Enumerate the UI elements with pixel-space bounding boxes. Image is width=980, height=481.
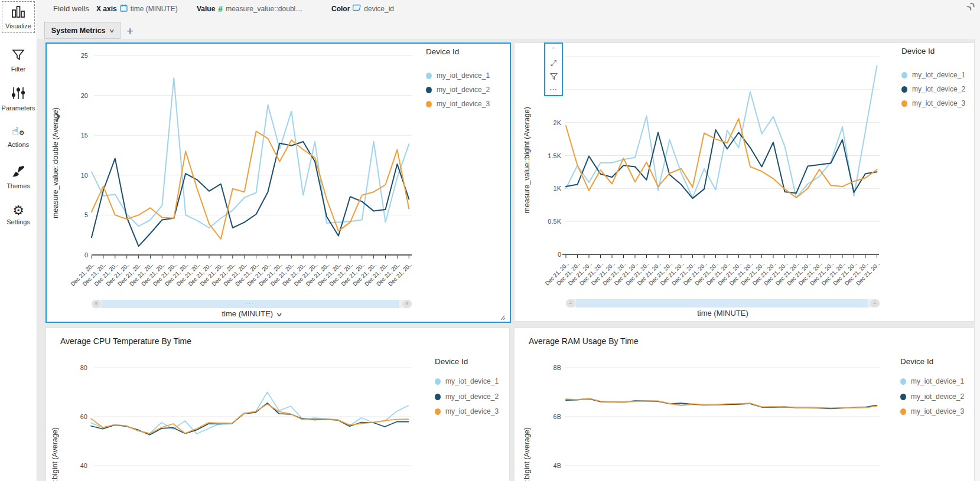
sidebar-item-label: Visualize	[2, 22, 34, 30]
expand-icon[interactable]: ⤢	[551, 58, 556, 69]
legend-item[interactable]: my_iot_device_3	[901, 99, 965, 107]
dashboard-canvas: ❯ measure_value::double (Average) 051015…	[37, 39, 975, 481]
series-dot	[435, 378, 441, 385]
x-axis-scrollbar[interactable]: ··· ≡ ≡	[92, 300, 412, 308]
funnel-icon	[12, 53, 25, 63]
series-dot	[901, 100, 907, 107]
field-well-color[interactable]: Color device_id	[331, 4, 394, 13]
legend-item[interactable]: my_iot_device_2	[901, 85, 965, 93]
svg-text:15: 15	[81, 132, 88, 139]
legend-item[interactable]: my_iot_device_3	[426, 100, 490, 108]
field-well-name: Value	[197, 5, 215, 13]
sheet-tab-bar: System Metrics ∨ +	[37, 17, 980, 39]
svg-text:5: 5	[84, 211, 88, 218]
series-dot	[900, 378, 906, 385]
scrollbar-handle-right[interactable]: ≡	[870, 299, 880, 307]
legend-label: my_iot_device_3	[912, 99, 965, 107]
collapse-field-wells-icon[interactable]: ❯❯	[966, 1, 976, 11]
series-dot	[900, 394, 906, 400]
legend-item[interactable]: my_iot_device_3	[435, 407, 499, 415]
field-wells-label: Field wells	[53, 4, 89, 13]
legend-item[interactable]: my_iot_device_2	[426, 86, 490, 94]
legend-label: my_iot_device_2	[437, 86, 490, 94]
svg-text:40: 40	[80, 462, 87, 469]
field-well-value: measure_value::doubl…	[226, 5, 302, 13]
field-well-name: Color	[331, 5, 350, 13]
legend-label: my_iot_device_3	[445, 407, 499, 415]
legend-label: my_iot_device_2	[445, 392, 499, 401]
legend-item[interactable]: my_iot_device_2	[900, 392, 964, 401]
legend-title: Device Id	[901, 47, 935, 55]
calendar-icon	[120, 4, 128, 14]
field-well-value: time (MINUTE)	[131, 5, 178, 13]
visual-card-ram-usage[interactable]: Average RAM Usage By Time measure_value:…	[514, 328, 975, 481]
vertical-scrollbar[interactable]	[975, 39, 980, 481]
legend-item[interactable]: my_iot_device_1	[426, 71, 490, 80]
field-wells-bar: Field wells X axis time (MINUTE) Value #…	[37, 0, 980, 17]
dimension-shape-icon	[353, 4, 361, 13]
chevron-down-icon: ∨	[109, 28, 115, 34]
sidebar-item-actions[interactable]: ☝⚙ Actions	[0, 125, 37, 148]
x-axis-title-text: time (MINUTE)	[697, 309, 748, 318]
scrollbar-handle-right[interactable]: ≡	[402, 300, 412, 308]
sidebar-item-themes[interactable]: Themes	[0, 165, 37, 189]
legend-item[interactable]: my_iot_device_1	[901, 71, 965, 79]
legend-label: my_iot_device_3	[911, 407, 964, 415]
legend-item[interactable]: my_iot_device_3	[900, 407, 964, 415]
series-dot	[426, 73, 432, 79]
add-sheet-button[interactable]: +	[126, 25, 134, 37]
visual-card-bigint[interactable]: measure_value::bigint (Average) 00.5K1K1…	[514, 42, 975, 322]
svg-text:4B: 4B	[554, 462, 561, 469]
sidebar-item-label: Parameters	[0, 104, 37, 112]
legend-item[interactable]: my_iot_device_2	[435, 392, 499, 401]
legend-item[interactable]: my_iot_device_1	[900, 377, 964, 385]
field-well-value[interactable]: Value # measure_value::doubl…	[197, 4, 302, 14]
svg-text:0: 0	[558, 251, 561, 258]
sidebar-item-label: Themes	[0, 182, 37, 189]
line-chart-ram-usage[interactable]: 4B6B8B	[515, 328, 973, 480]
pointer-gear-icon: ☝⚙	[0, 125, 37, 139]
legend-item[interactable]: my_iot_device_1	[435, 377, 499, 385]
resize-handle-icon[interactable]	[499, 312, 506, 323]
sidebar-item-visualize[interactable]: Visualize	[2, 1, 35, 33]
field-well-x-axis[interactable]: X axis time (MINUTE)	[96, 4, 178, 14]
series-dot	[426, 101, 432, 107]
svg-text:2K: 2K	[554, 119, 562, 126]
legend-title: Device Id	[900, 357, 933, 366]
line-chart-cpu-temperature[interactable]: 406080	[46, 328, 507, 480]
x-axis-scrollbar[interactable]: ≡ ≡	[566, 299, 880, 307]
tab-system-metrics[interactable]: System Metrics ∨	[44, 22, 121, 39]
left-toolbar: Visualize Filter Parameters ☝⚙ Actions	[0, 0, 37, 481]
series-dot	[901, 72, 907, 78]
legend-label: my_iot_device_2	[911, 392, 964, 401]
ellipsis-icon[interactable]: ⋯	[549, 84, 558, 96]
svg-text:1K: 1K	[554, 185, 562, 192]
series-dot	[900, 408, 906, 415]
scrollbar-handle-left[interactable]: ≡	[566, 299, 575, 307]
visual-card-cpu-temperature[interactable]: Average CPU Temperature By Time measure_…	[45, 328, 510, 481]
x-axis-title[interactable]: time (MINUTE)	[566, 309, 880, 318]
legend-title: Device Id	[435, 357, 468, 366]
series-dot	[901, 86, 907, 93]
funnel-icon[interactable]	[550, 71, 558, 82]
tab-label: System Metrics	[51, 27, 106, 35]
field-well-name: X axis	[96, 5, 117, 13]
x-axis-title-dropdown[interactable]: time (MINUTE)∨	[92, 309, 412, 318]
svg-text:6B: 6B	[554, 413, 561, 420]
sidebar-item-filter[interactable]: Filter	[0, 48, 37, 73]
svg-text:20: 20	[81, 92, 88, 99]
caret-icon[interactable]: ⌃	[551, 44, 556, 55]
scrollbar-thumb[interactable]: ···	[102, 300, 399, 308]
visual-card-double[interactable]: ❯ measure_value::double (Average) 051015…	[45, 42, 511, 323]
scrollbar-handle-left[interactable]: ≡	[92, 300, 101, 308]
scrollbar-thumb[interactable]	[576, 299, 868, 307]
sidebar-item-settings[interactable]: ⚙ Settings	[0, 205, 37, 225]
series-dot	[426, 87, 432, 93]
svg-text:60: 60	[80, 413, 87, 420]
field-well-value: device_id	[364, 5, 394, 13]
visual-hover-menu: ⌃ ⤢ ⋯	[544, 42, 563, 96]
sidebar-item-label: Filter	[0, 66, 37, 73]
sidebar-item-parameters[interactable]: Parameters	[0, 86, 37, 112]
svg-text:0.5K: 0.5K	[548, 218, 561, 225]
chevron-down-icon: ∨	[276, 311, 283, 318]
